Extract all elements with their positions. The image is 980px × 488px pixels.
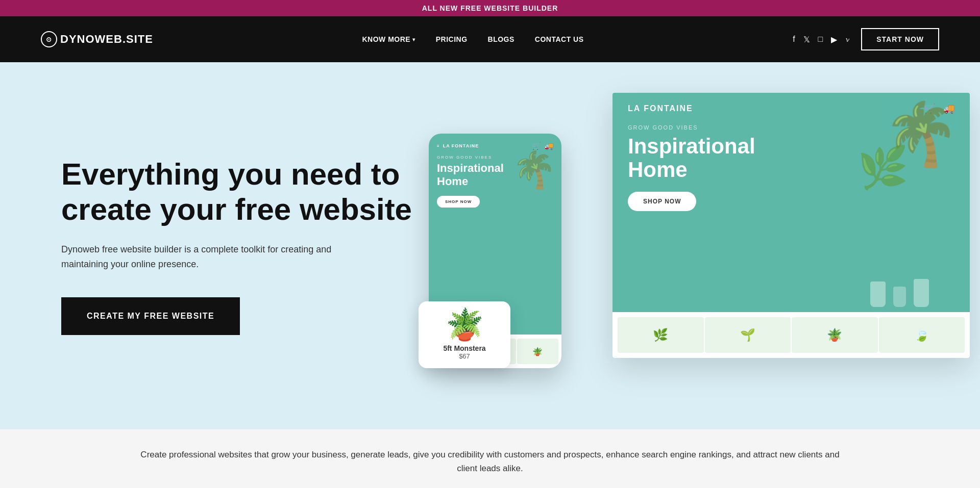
hero-subtitle: Dynoweb free website builder is a comple… <box>61 242 347 272</box>
nav-menu: KNOW MORE ▾ PRICING BLOGS CONTACT US <box>362 35 583 43</box>
instagram-icon[interactable]: □ <box>818 35 823 44</box>
logo-icon: ⊙ <box>41 31 57 47</box>
create-website-button[interactable]: CREATE MY FREE WEBSITE <box>61 297 240 335</box>
mobile-brand: ≡ LA FONTAINE <box>437 143 479 148</box>
hero-title: Everything you need to create your free … <box>61 157 419 227</box>
thumbnail-3: 🪴 <box>792 317 878 353</box>
hero-section: Everything you need to create your free … <box>0 62 980 429</box>
social-icons: f 𝕏 □ ▶ 𝓿 <box>793 35 849 44</box>
desktop-thumbnail-row: 🌿 🌱 🪴 🍃 <box>612 312 970 358</box>
vase-area <box>870 279 929 307</box>
hero-left: Everything you need to create your free … <box>61 157 419 335</box>
pinterest-icon[interactable]: 𝓿 <box>845 35 849 44</box>
plant-card: 🪴 5ft Monstera $67 <box>419 301 510 368</box>
logo-text: DYNOWEB.SITE <box>60 33 153 46</box>
hero-right: LA FONTAINE 🛒 🚚 GROW GOOD VIBES Inspirat… <box>449 93 929 399</box>
twitter-icon[interactable]: 𝕏 <box>803 35 810 44</box>
desktop-shop-button[interactable]: SHOP NOW <box>628 192 696 211</box>
mobile-thumb-3: 🪴 <box>517 339 558 364</box>
plant-card-name: 5ft Monstera <box>427 344 502 352</box>
youtube-icon[interactable]: ▶ <box>831 35 837 44</box>
desktop-mockup: LA FONTAINE 🛒 🚚 GROW GOOD VIBES Inspirat… <box>612 93 970 358</box>
start-now-button[interactable]: START NOW <box>861 28 939 50</box>
bottom-bar: Create professional websites that grow y… <box>0 429 980 488</box>
desktop-grow-text: GROW GOOD VIBES <box>628 124 954 131</box>
plant-card-emoji: 🪴 <box>427 310 502 340</box>
nav-know-more[interactable]: KNOW MORE ▾ <box>362 35 415 43</box>
desktop-brand: LA FONTAINE <box>628 104 693 113</box>
bottom-bar-text: Create professional websites that grow y… <box>133 448 847 475</box>
top-banner: ALL NEW FREE WEBSITE BUILDER <box>0 0 980 16</box>
thumbnail-2: 🌱 <box>705 317 791 353</box>
vase-3 <box>914 279 929 307</box>
navbar-right: f 𝕏 □ ▶ 𝓿 START NOW <box>793 28 939 50</box>
logo[interactable]: ⊙ DYNOWEB.SITE <box>41 31 153 47</box>
vase-2 <box>893 287 906 307</box>
nav-pricing[interactable]: PRICING <box>436 35 468 43</box>
thumbnail-1: 🌿 <box>618 317 704 353</box>
banner-text: ALL NEW FREE WEBSITE BUILDER <box>422 4 558 12</box>
nav-contact[interactable]: CONTACT US <box>535 35 584 43</box>
thumbnail-4: 🍃 <box>879 317 965 353</box>
navbar: ⊙ DYNOWEB.SITE KNOW MORE ▾ PRICING BLOGS… <box>0 16 980 62</box>
chevron-down-icon: ▾ <box>412 37 415 42</box>
vase-1 <box>870 281 886 307</box>
desktop-main-text: Inspirational Home <box>628 135 954 182</box>
mobile-shop-button[interactable]: SHOP NOW <box>437 196 480 208</box>
mobile-plant-decoration: 🌴 <box>512 149 556 191</box>
plant-card-price: $67 <box>427 352 502 360</box>
facebook-icon[interactable]: f <box>793 35 795 44</box>
nav-blogs[interactable]: BLOGS <box>488 35 514 43</box>
nav-know-more-label: KNOW MORE <box>362 35 410 43</box>
